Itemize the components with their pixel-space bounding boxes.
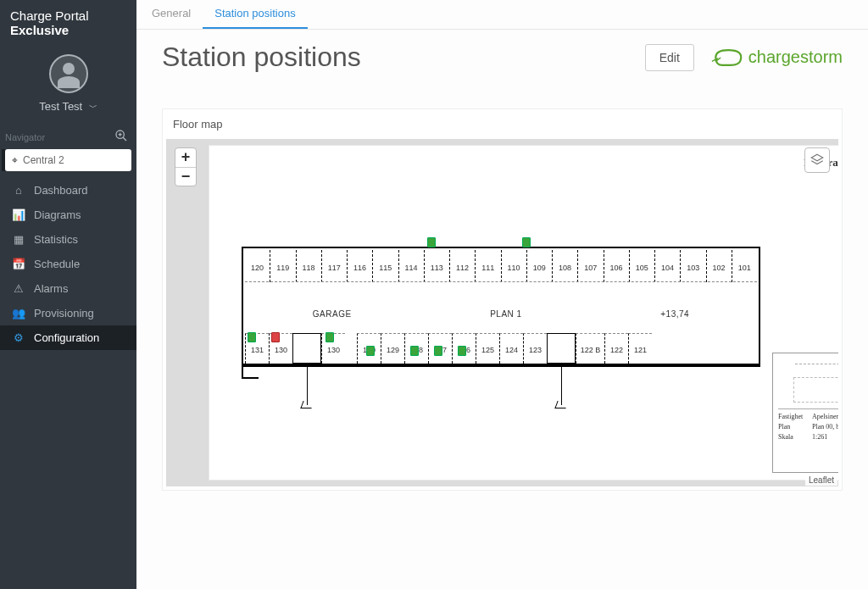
- slot-label: 116: [353, 264, 366, 272]
- station-marker[interactable]: [410, 346, 419, 356]
- slot-label: 124: [505, 346, 518, 354]
- chart-icon: [10, 208, 27, 221]
- slot-bot: 130: [357, 333, 381, 364]
- zoom-in-icon[interactable]: [114, 129, 128, 146]
- slot-bot: 124: [499, 333, 523, 364]
- slot-bot: 130: [269, 333, 292, 364]
- map-viewport[interactable]: + − Leaflet Kontraktsbilaga 1 120 119 11…: [166, 139, 838, 486]
- edit-button[interactable]: Edit: [645, 44, 694, 71]
- sidebar-item-alarms[interactable]: Alarms: [0, 276, 136, 301]
- garage-outline: 120 119 118 117 116 115 114 113 112 111: [242, 247, 760, 365]
- tabs: General Station positions: [136, 0, 868, 30]
- station-marker[interactable]: [427, 237, 436, 247]
- sidebar-item-statistics[interactable]: Statistics: [0, 227, 136, 252]
- slot-label: 110: [508, 264, 520, 272]
- sidebar-item-diagrams[interactable]: Diagrams: [0, 203, 136, 227]
- sidebar-item-dashboard[interactable]: Dashboard: [0, 178, 136, 203]
- slot-label: 129: [387, 346, 399, 354]
- slot-label: 130: [275, 346, 287, 354]
- slot-label: 119: [276, 264, 289, 272]
- slot-label: 115: [379, 264, 392, 272]
- slot-top: 108: [553, 250, 578, 282]
- slot-top: 110: [502, 250, 527, 282]
- sidebar: Charge Portal Exclusive Test Test ﹀ Navi…: [0, 0, 136, 589]
- legend-val: 1:261: [812, 433, 827, 441]
- garage-door: [292, 333, 321, 364]
- slot-bot: 126: [452, 333, 476, 364]
- avatar: [49, 54, 88, 93]
- home-icon: [10, 184, 27, 197]
- floorplan-legend: FastighetApelsinen 5 PlanPlan 00, bv + p…: [772, 353, 838, 473]
- slot-top: 102: [707, 250, 732, 282]
- slot-label: 106: [610, 264, 623, 272]
- navigator-selected: Central 2: [23, 154, 64, 166]
- slot-bot: 130: [321, 333, 345, 364]
- slot-label: 105: [636, 264, 648, 272]
- tab-station-positions[interactable]: Station positions: [203, 0, 307, 29]
- slot-label: 118: [303, 264, 315, 272]
- slot-top: 109: [527, 250, 553, 282]
- user-block[interactable]: Test Test ﹀: [0, 46, 136, 124]
- zoom-out-button[interactable]: −: [175, 167, 196, 186]
- sidebar-item-provisioning[interactable]: Provisioning: [0, 301, 136, 325]
- slot-label: 130: [327, 346, 340, 354]
- map-attribution[interactable]: Leaflet: [805, 475, 837, 486]
- slot-top: 115: [373, 250, 398, 282]
- slot-bot: 125: [476, 333, 499, 364]
- bottom-slot-row: 131 130 130: [245, 333, 757, 364]
- svg-line-1: [123, 137, 126, 141]
- gear-icon: [10, 331, 27, 344]
- slot-top: 105: [630, 250, 655, 282]
- station-marker[interactable]: [366, 346, 375, 356]
- sidebar-item-schedule[interactable]: Schedule: [0, 252, 136, 276]
- slot-label: 131: [251, 346, 264, 354]
- slot-label: 102: [713, 264, 726, 272]
- slot-label: 103: [687, 264, 699, 272]
- sidebar-item-label: Alarms: [34, 282, 68, 295]
- station-marker[interactable]: [271, 332, 280, 342]
- slot-label: 111: [481, 264, 494, 272]
- label-height: +13,74: [660, 309, 689, 319]
- layers-button[interactable]: [804, 147, 830, 173]
- legend-key: Fastighet: [778, 413, 812, 420]
- slot-top: 112: [450, 250, 476, 282]
- user-name-toggle[interactable]: Test Test ﹀: [0, 100, 136, 114]
- slot-bot: 123: [523, 333, 547, 364]
- mid-labels: GARAGE PLAN 1 +13,74: [243, 309, 759, 319]
- slot-label: 121: [634, 346, 647, 354]
- zoom-control: + −: [175, 147, 197, 186]
- slot-label: 114: [405, 264, 418, 272]
- chevron-down-icon: ﹀: [89, 103, 97, 112]
- station-marker[interactable]: [248, 332, 256, 342]
- zoom-in-button[interactable]: +: [175, 148, 196, 167]
- slot-label: 125: [481, 346, 494, 354]
- slot-bot: 131: [245, 333, 269, 364]
- floor-map-panel: Floor map + − Leaflet Kontraktsbilaga 1 …: [162, 108, 843, 491]
- slot-top: 116: [348, 250, 373, 282]
- sidebar-item-label: Schedule: [34, 258, 80, 270]
- station-marker[interactable]: [522, 237, 531, 247]
- navigator-select[interactable]: ⌖ Central 2: [5, 149, 131, 171]
- brand-bold: Exclusive: [10, 23, 69, 37]
- slot-top: 113: [425, 250, 450, 282]
- panel-title: Floor map: [163, 109, 842, 139]
- sidebar-item-configuration[interactable]: Configuration: [0, 325, 136, 350]
- slot-label: 113: [431, 264, 443, 272]
- slot-bot: 122 B: [576, 333, 604, 364]
- slot-label: 108: [559, 264, 571, 272]
- provisioning-icon: [10, 307, 27, 320]
- tab-general[interactable]: General: [140, 0, 203, 29]
- slot-bot: 128: [404, 333, 428, 364]
- station-marker[interactable]: [434, 346, 442, 356]
- slot-label: 120: [251, 264, 264, 272]
- slot-label: 122: [610, 346, 623, 354]
- sidebar-item-label: Configuration: [34, 331, 99, 344]
- legend-key: Skala: [778, 433, 812, 441]
- chargestorm-logo: chargestorm: [709, 45, 843, 70]
- stats-icon: [10, 233, 27, 246]
- floorplan-image: Kontraktsbilaga 1 120 119 118 117 116 11…: [209, 145, 838, 481]
- slot-label: 122 B: [581, 346, 601, 354]
- station-marker[interactable]: [458, 346, 466, 356]
- station-marker[interactable]: [326, 332, 334, 342]
- legend-key: Plan: [778, 423, 812, 431]
